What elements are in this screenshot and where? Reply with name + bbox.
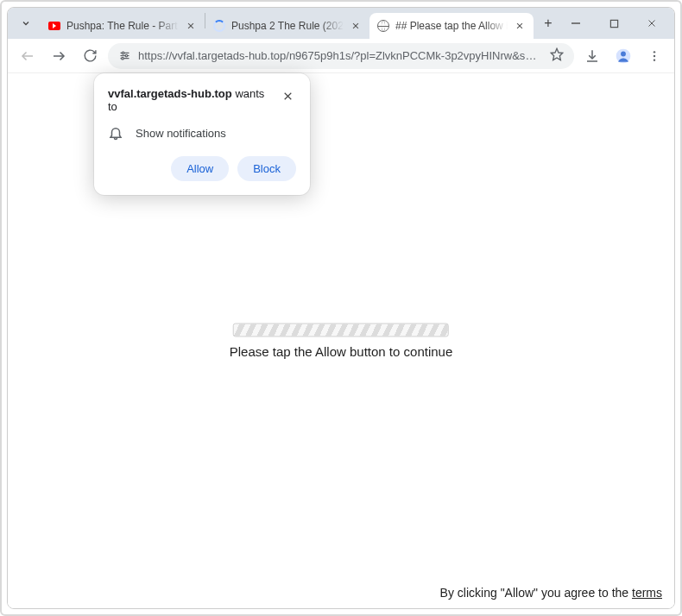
bookmark-button[interactable] bbox=[550, 47, 564, 64]
tab-2[interactable]: Pushpa 2 The Rule (2024).mkv bbox=[205, 13, 369, 39]
maximize-button[interactable] bbox=[595, 10, 633, 36]
arrow-right-icon bbox=[51, 48, 66, 64]
loading-spinner-icon bbox=[212, 19, 226, 33]
terms-link[interactable]: terms bbox=[632, 586, 662, 600]
arrow-left-icon bbox=[20, 48, 35, 64]
bell-icon bbox=[108, 125, 123, 141]
close-icon bbox=[282, 91, 294, 102]
toolbar: https://vvfal.targetads-hub.top/n9675p9h… bbox=[8, 39, 674, 73]
tab-title: ## Please tap the Allow button bbox=[395, 20, 508, 32]
site-settings-icon[interactable] bbox=[118, 49, 131, 62]
center-message: Please tap the Allow button to continue bbox=[230, 324, 453, 359]
close-icon[interactable] bbox=[184, 19, 198, 33]
notification-permission-popup: vvfal.targetads-hub.top wants to Show no… bbox=[94, 73, 310, 195]
close-icon bbox=[647, 18, 657, 28]
permission-close-button[interactable] bbox=[279, 87, 296, 104]
profile-icon bbox=[615, 47, 632, 65]
minimize-button[interactable] bbox=[557, 10, 595, 36]
permission-site: vvfal.targetads-hub.top bbox=[108, 87, 232, 100]
tab-strip: Pushpa: The Rule - Part 2 (2024 Pushpa 2… bbox=[8, 8, 674, 39]
svg-point-16 bbox=[125, 54, 128, 57]
chevron-down-icon bbox=[21, 18, 31, 28]
close-window-button[interactable] bbox=[633, 10, 671, 36]
reload-button[interactable] bbox=[77, 43, 103, 69]
permission-title: vvfal.targetads-hub.top wants to bbox=[108, 87, 272, 113]
forward-button[interactable] bbox=[46, 43, 72, 69]
fake-progress-bar bbox=[233, 324, 449, 337]
globe-icon bbox=[376, 19, 390, 33]
svg-point-15 bbox=[122, 52, 124, 54]
back-button[interactable] bbox=[15, 43, 41, 69]
minimize-icon bbox=[571, 18, 581, 28]
footer-text: By clicking "Allow" you agree to the ter… bbox=[440, 586, 662, 600]
youtube-icon bbox=[47, 19, 61, 33]
allow-button[interactable]: Allow bbox=[171, 156, 229, 181]
downloads-button[interactable] bbox=[579, 43, 605, 69]
tab-search-button[interactable] bbox=[15, 12, 37, 35]
kebab-menu-icon bbox=[647, 49, 661, 63]
svg-point-17 bbox=[122, 57, 124, 60]
svg-point-25 bbox=[654, 59, 655, 60]
svg-point-23 bbox=[654, 51, 655, 53]
svg-marker-18 bbox=[551, 48, 562, 60]
close-icon[interactable] bbox=[513, 19, 527, 33]
tab-1[interactable]: Pushpa: The Rule - Part 2 (2024 bbox=[41, 13, 205, 39]
profile-button[interactable] bbox=[610, 43, 636, 69]
maximize-icon bbox=[609, 19, 619, 28]
prompt-text: Please tap the Allow button to continue bbox=[230, 344, 453, 359]
address-bar[interactable]: https://vvfal.targetads-hub.top/n9675p9h… bbox=[108, 43, 574, 69]
tab-title: Pushpa: The Rule - Part 2 (2024 bbox=[66, 20, 179, 32]
block-button[interactable]: Block bbox=[237, 156, 296, 181]
close-icon[interactable] bbox=[349, 19, 363, 33]
star-icon bbox=[550, 47, 564, 61]
url-text: https://vvfal.targetads-hub.top/n9675p9h… bbox=[138, 49, 543, 62]
svg-point-24 bbox=[654, 54, 655, 56]
tab-3-active[interactable]: ## Please tap the Allow button bbox=[369, 13, 534, 39]
menu-button[interactable] bbox=[641, 43, 667, 69]
reload-icon bbox=[83, 48, 98, 63]
svg-rect-7 bbox=[610, 20, 617, 27]
tab-title: Pushpa 2 The Rule (2024).mkv bbox=[231, 20, 344, 32]
permission-body-text: Show notifications bbox=[136, 127, 226, 140]
footer-prefix: By clicking "Allow" you agree to the bbox=[440, 586, 632, 600]
download-icon bbox=[584, 48, 600, 64]
svg-point-22 bbox=[621, 51, 626, 56]
